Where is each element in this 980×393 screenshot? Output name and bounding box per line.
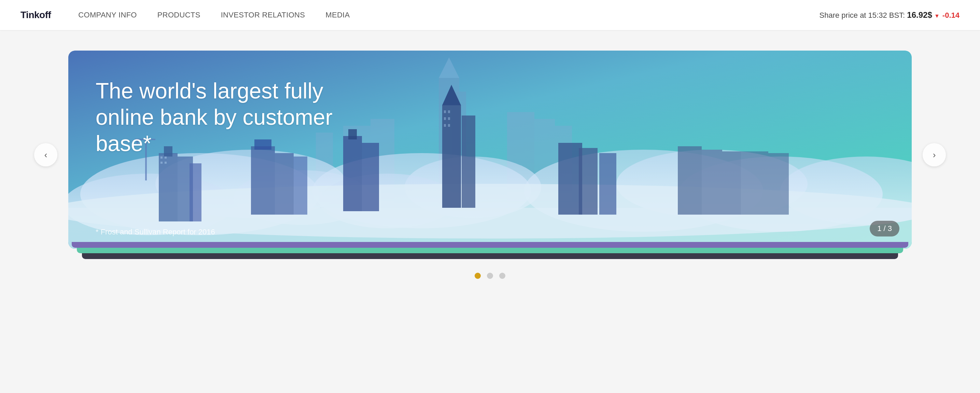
svg-rect-40 [558,143,582,215]
svg-rect-57 [448,124,450,127]
slide-1: The world's largest fully online bank by… [68,51,912,249]
svg-rect-46 [741,152,768,215]
share-price-info: Share price at 15:32 BST: 16.92$ ▼ -0.14 [819,10,959,20]
svg-rect-37 [442,105,461,208]
chevron-right-icon: › [933,150,936,160]
svg-rect-44 [702,150,722,215]
svg-rect-52 [444,110,446,113]
navbar: Tinkoff COMPANY INFO PRODUCTS INVESTOR R… [0,0,980,30]
nav-media[interactable]: MEDIA [325,11,350,19]
svg-rect-42 [599,153,616,215]
svg-rect-47 [768,153,789,215]
chevron-left-icon: ‹ [45,150,48,160]
logo[interactable]: Tinkoff [21,10,51,21]
svg-rect-54 [444,117,446,120]
svg-rect-49 [165,157,167,158]
slide-counter: 1 / 3 [870,221,899,236]
carousel-container: The world's largest fully online bank by… [68,51,912,259]
share-price-value: 16.92$ [907,10,932,19]
nav-products[interactable]: PRODUCTS [158,11,200,19]
strip-green [77,248,903,254]
nav-menu: COMPANY INFO PRODUCTS INVESTOR RELATIONS… [78,11,819,19]
main-content: ‹ [0,30,980,299]
svg-rect-50 [161,161,162,164]
strip-dark [82,253,898,259]
slide-footnote: * Frost and Sullivan Report for 2016 [95,228,215,236]
svg-rect-45 [722,152,741,215]
svg-rect-56 [444,124,446,127]
carousel-prev-button[interactable]: ‹ [34,143,57,166]
svg-rect-55 [448,117,450,120]
carousel-next-button[interactable]: › [923,143,946,166]
svg-rect-39 [462,115,475,208]
svg-rect-41 [579,148,598,215]
dot-2[interactable] [487,273,493,279]
nav-investor-relations[interactable]: INVESTOR RELATIONS [221,11,305,19]
carousel: ‹ [68,51,912,259]
share-price-label: Share price at 15:32 BST: [819,11,905,19]
slide-headline: The world's largest fully online bank by… [95,78,369,157]
price-change-value: -0.14 [942,11,959,19]
svg-rect-51 [165,161,167,164]
svg-rect-43 [678,146,702,215]
slide-text: The world's largest fully online bank by… [95,78,369,157]
strip-purple [72,242,908,248]
svg-rect-26 [189,163,202,222]
bottom-strips [68,242,912,259]
carousel-dots [68,273,912,279]
svg-rect-53 [448,110,450,113]
svg-rect-32 [275,153,294,215]
price-down-arrow-icon: ▼ [934,13,940,19]
svg-rect-33 [294,157,307,215]
nav-company-info[interactable]: COMPANY INFO [78,11,137,19]
svg-rect-48 [161,157,162,158]
dot-1[interactable] [475,273,481,279]
dot-3[interactable] [499,273,505,279]
